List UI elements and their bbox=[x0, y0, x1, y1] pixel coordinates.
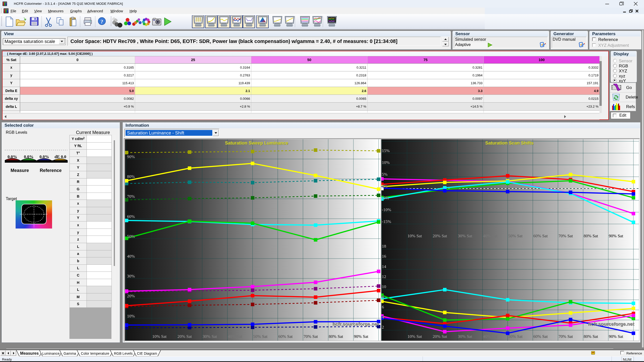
svg-text:6: 6 bbox=[382, 305, 384, 309]
svg-text:10% Sat: 10% Sat bbox=[408, 234, 422, 238]
svg-text:70% Sat: 70% Sat bbox=[303, 334, 318, 339]
svg-text:40% Sat: 40% Sat bbox=[483, 234, 497, 238]
svg-text:20%: 20% bbox=[127, 294, 135, 298]
svg-text:50% Sat: 50% Sat bbox=[508, 234, 522, 238]
svg-text:18: 18 bbox=[382, 244, 386, 249]
svg-text:-10%: -10% bbox=[382, 207, 391, 212]
svg-text:14: 14 bbox=[382, 264, 386, 269]
svg-text:?: ? bbox=[101, 18, 103, 25]
svg-text:hcfr.sourceforge.net: hcfr.sourceforge.net bbox=[588, 321, 634, 327]
svg-text:40% Sat: 40% Sat bbox=[483, 334, 497, 339]
svg-text:0.0%: 0.0% bbox=[24, 154, 33, 159]
svg-text:10% Sat: 10% Sat bbox=[408, 334, 422, 339]
svg-text:80%: 80% bbox=[127, 174, 135, 179]
svg-text:30%: 30% bbox=[127, 274, 135, 279]
svg-text:30% Sat: 30% Sat bbox=[458, 234, 472, 238]
svg-text:2: 2 bbox=[382, 325, 384, 330]
svg-text:10% Sat: 10% Sat bbox=[152, 334, 167, 339]
svg-text:15%: 15% bbox=[382, 148, 390, 153]
svg-text:5%: 5% bbox=[382, 172, 388, 177]
svg-text:60% Sat: 60% Sat bbox=[278, 334, 293, 339]
svg-text:10%: 10% bbox=[382, 160, 390, 165]
svg-text:dE 0.0: dE 0.0 bbox=[55, 154, 66, 159]
svg-text:60% Sat: 60% Sat bbox=[533, 234, 548, 238]
svg-text:60%: 60% bbox=[127, 214, 135, 219]
svg-text:90% Sat: 90% Sat bbox=[609, 234, 623, 238]
svg-text:0.0%: 0.0% bbox=[8, 154, 17, 159]
svg-text:30% Sat: 30% Sat bbox=[203, 334, 217, 339]
svg-text:90% Sat: 90% Sat bbox=[354, 334, 368, 339]
svg-text:60% Sat: 60% Sat bbox=[533, 334, 548, 339]
svg-text:70% Sat: 70% Sat bbox=[558, 234, 573, 238]
svg-text:-5%: -5% bbox=[382, 196, 389, 200]
svg-text:Measures: Measures bbox=[20, 351, 39, 355]
svg-text:80% Sat: 80% Sat bbox=[329, 334, 343, 339]
svg-text:RGB Levels: RGB Levels bbox=[114, 351, 133, 355]
svg-text:CIE Diagram: CIE Diagram bbox=[137, 351, 157, 355]
svg-text:-15%: -15% bbox=[382, 219, 391, 224]
svg-text:Saturation Scan Shifts: Saturation Scan Shifts bbox=[485, 141, 534, 146]
svg-text:90% Sat: 90% Sat bbox=[609, 334, 623, 339]
svg-text:Gamma: Gamma bbox=[64, 351, 76, 355]
svg-text:10: 10 bbox=[382, 284, 386, 289]
svg-text:Luminance: Luminance bbox=[42, 351, 60, 355]
svg-text:20% Sat: 20% Sat bbox=[433, 234, 447, 238]
svg-text:20% Sat: 20% Sat bbox=[177, 334, 192, 339]
svg-text:40%: 40% bbox=[127, 254, 135, 259]
svg-text:50% Sat: 50% Sat bbox=[508, 334, 522, 339]
svg-text:Color temperature: Color temperature bbox=[81, 351, 109, 355]
svg-text:0.0%: 0.0% bbox=[39, 154, 49, 159]
svg-text:12: 12 bbox=[382, 274, 386, 279]
svg-text:4: 4 bbox=[382, 315, 384, 320]
svg-text:70% Sat: 70% Sat bbox=[558, 334, 573, 339]
svg-text:80% Sat: 80% Sat bbox=[584, 334, 598, 339]
svg-text:50%: 50% bbox=[127, 234, 135, 239]
svg-text:Saturation Sweep Luminance: Saturation Sweep Luminance bbox=[225, 141, 288, 146]
svg-text:0%: 0% bbox=[382, 184, 388, 189]
svg-text:20% Sat: 20% Sat bbox=[433, 334, 447, 339]
svg-text:90%: 90% bbox=[127, 154, 135, 159]
svg-text:10%: 10% bbox=[127, 314, 135, 319]
svg-text:40% Sat: 40% Sat bbox=[228, 334, 242, 339]
svg-text:80% Sat: 80% Sat bbox=[584, 234, 598, 238]
svg-text:50% Sat: 50% Sat bbox=[253, 334, 267, 339]
svg-text:70%: 70% bbox=[127, 194, 135, 199]
svg-text:hcfr.sourceforge.net: hcfr.sourceforge.net bbox=[332, 321, 379, 327]
svg-text:30% Sat: 30% Sat bbox=[458, 334, 472, 339]
svg-text:16: 16 bbox=[382, 254, 386, 259]
svg-text:8: 8 bbox=[382, 295, 384, 299]
